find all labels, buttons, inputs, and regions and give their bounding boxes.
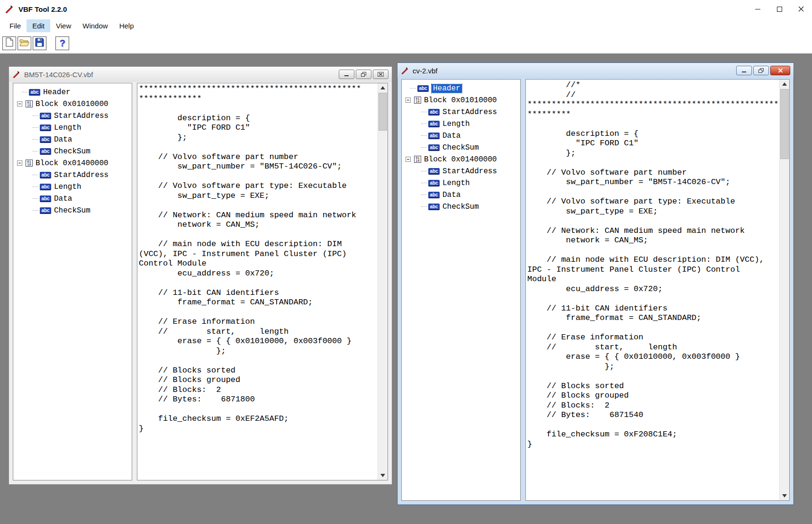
abc-icon: abc (40, 136, 51, 143)
child-minimize-button[interactable] (736, 66, 752, 75)
tree-connector (33, 187, 38, 187)
app-title: VBF Tool 2.2.0 (18, 5, 67, 13)
code-panel: ****************************************… (137, 83, 388, 480)
tree-item-data[interactable]: abcData (404, 130, 520, 142)
selected-tree-item: Header (432, 84, 462, 93)
tree-item-block-0x01010000[interactable]: 01 10Block 0x01010000 (15, 98, 132, 110)
tree-item-checksum[interactable]: abcCheckSum (15, 204, 132, 216)
tree-connector (421, 195, 427, 195)
tree-connector (33, 175, 38, 175)
child-close-button[interactable] (770, 66, 790, 75)
app-window: VBF Tool 2.2.0 File Edit View Window Hel… (0, 0, 812, 524)
abc-icon: abc (428, 180, 440, 187)
question-mark-icon: ? (59, 38, 65, 49)
tree-item-length[interactable]: abcLength (404, 177, 520, 189)
tree-item-startaddress[interactable]: abcStartAddress (15, 169, 132, 181)
app-minimize-button[interactable] (747, 0, 768, 18)
scrollbar-thumb[interactable] (780, 89, 789, 159)
open-file-button[interactable] (18, 36, 31, 50)
menu-view[interactable]: View (50, 19, 77, 32)
abc-icon: abc (428, 168, 440, 175)
vbf-header-text[interactable]: ****************************************… (137, 83, 378, 480)
abc-icon: abc (40, 113, 51, 119)
scroll-up-arrow[interactable] (780, 80, 789, 89)
tree-item-length[interactable]: abcLength (15, 122, 132, 133)
tree-connector (421, 124, 427, 124)
tree-item-header[interactable]: abcHeader (404, 82, 520, 94)
tree-connector (421, 147, 427, 148)
scroll-up-arrow[interactable] (378, 83, 388, 92)
save-file-button[interactable] (33, 36, 46, 50)
help-button[interactable]: ? (55, 36, 69, 50)
abc-icon: abc (428, 109, 440, 115)
new-file-button[interactable] (2, 36, 16, 50)
abc-icon: abc (40, 148, 51, 155)
tree-item-checksum[interactable]: abcCheckSum (404, 142, 520, 153)
tree-item-checksum[interactable]: abcCheckSum (404, 201, 520, 213)
tree-item-length[interactable]: abcLength (404, 118, 520, 130)
tree-connector (33, 139, 38, 140)
app-maximize-button[interactable] (768, 0, 790, 18)
tree-item-data[interactable]: abcData (15, 133, 132, 145)
child-titlebar[interactable]: BM5T-14C026-CV.vbf (9, 67, 392, 82)
tree-item-startaddress[interactable]: abcStartAddress (404, 165, 520, 177)
abc-icon: abc (428, 121, 440, 127)
vbf-file-icon (401, 66, 409, 75)
menu-window[interactable]: Window (77, 19, 113, 32)
tree-item-block-0x01400000[interactable]: 01 10Block 0x01400000 (15, 157, 132, 169)
block-icon: 01 10 (26, 160, 33, 167)
tree-connector (33, 151, 38, 151)
menu-edit[interactable]: Edit (27, 19, 50, 32)
vbf-app-icon (5, 4, 14, 14)
scrollbar-thumb[interactable] (379, 93, 387, 131)
child-window-cv2: cv-2.vbf abcHeader 01 10Block 0x01010000… (397, 62, 794, 505)
tree-item-data[interactable]: abcData (15, 193, 132, 204)
child-window-body: abcHeader 01 10Block 0x01010000 abcStart… (9, 82, 392, 484)
child-titlebar[interactable]: cv-2.vbf (397, 63, 794, 78)
abc-icon: abc (40, 124, 51, 131)
child-restore-button[interactable] (753, 66, 769, 75)
scroll-down-arrow[interactable] (378, 471, 388, 480)
tree-item-header[interactable]: abcHeader (15, 86, 132, 98)
app-close-button[interactable] (790, 0, 812, 18)
tree-item-block-0x01010000[interactable]: 01 10Block 0x01010000 (404, 94, 520, 106)
tree-panel: abcHeader 01 10Block 0x01010000 abcStart… (401, 79, 521, 501)
abc-icon: abc (40, 195, 51, 202)
tree-item-checksum[interactable]: abcCheckSum (15, 145, 132, 157)
block-icon: 01 10 (414, 97, 421, 104)
vbf-header-text[interactable]: //* // *********************************… (526, 80, 779, 500)
tree-expander-icon[interactable] (17, 160, 22, 166)
tree-expander-icon[interactable] (406, 98, 411, 103)
menu-file[interactable]: File (4, 19, 27, 32)
child-window-body: abcHeader 01 10Block 0x01010000 abcStart… (397, 78, 794, 505)
child-window-title: BM5T-14C026-CV.vbf (24, 71, 93, 79)
open-folder-icon (19, 38, 29, 48)
tree-connector (421, 135, 427, 136)
menu-help[interactable]: Help (114, 19, 140, 32)
tree-item-block-0x01400000[interactable]: 01 10Block 0x01400000 (404, 153, 520, 165)
block-icon: 01 10 (414, 156, 421, 163)
child-restore-button[interactable] (356, 70, 371, 79)
tree-item-startaddress[interactable]: abcStartAddress (404, 106, 520, 118)
tree-connector (421, 206, 427, 207)
vertical-scrollbar[interactable] (779, 80, 789, 500)
abc-icon: abc (40, 207, 51, 214)
tree-expander-icon[interactable] (406, 157, 411, 162)
child-minimize-button[interactable] (339, 70, 354, 79)
mdi-area: BM5T-14C026-CV.vbf abcHeader 01 10Block … (0, 53, 812, 524)
tree-item-data[interactable]: abcData (404, 189, 520, 201)
tree-connector (33, 115, 38, 116)
child-close-button[interactable] (373, 70, 388, 79)
tree-connector (33, 198, 38, 199)
tree-item-length[interactable]: abcLength (15, 181, 132, 193)
tree-expander-icon[interactable] (17, 101, 22, 107)
vertical-scrollbar[interactable] (378, 83, 388, 480)
menu-bar: File Edit View Window Help (0, 18, 812, 34)
app-titlebar[interactable]: VBF Tool 2.2.0 (0, 0, 812, 18)
tree-connector (410, 88, 416, 89)
scroll-down-arrow[interactable] (780, 491, 789, 500)
child-window-bm5t: BM5T-14C026-CV.vbf abcHeader 01 10Block … (9, 66, 392, 485)
block-icon: 01 10 (26, 100, 33, 107)
tree-connector (421, 183, 427, 183)
tree-item-startaddress[interactable]: abcStartAddress (15, 110, 132, 122)
